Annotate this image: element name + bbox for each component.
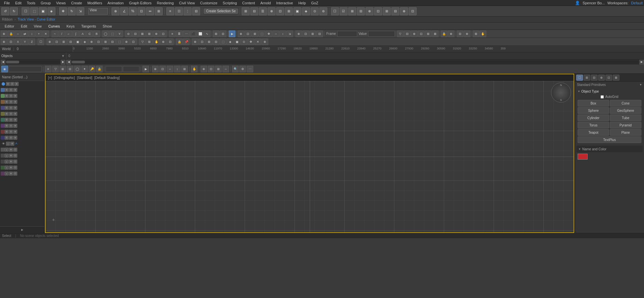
tb-key-icon[interactable]: ⊕ [448,31,454,37]
menu-edit[interactable]: Edit [13,1,24,5]
menu-scripting[interactable]: Scripting [220,1,240,5]
frame-input[interactable] [337,31,357,37]
view-key-icon[interactable]: 🔑 [89,66,95,72]
menu-civil-view[interactable]: Civil View [176,1,197,5]
percent-snap-toggle[interactable]: % [129,7,137,15]
tb2-btn-c[interactable]: ⊞ [60,38,67,45]
ce-menu-keys[interactable]: Keys [63,24,78,29]
tb-bake-sel[interactable]: ⬛ [190,31,197,37]
scroll-right-arrow-right2[interactable]: ▶ [639,60,644,64]
tb-shrink-tangent[interactable]: ⊕ [153,31,160,37]
tb-btn-e[interactable]: ✥ [266,31,272,37]
tb-btn-k[interactable]: ⊞ [309,31,316,37]
tb2-filter[interactable]: ▽ [139,38,146,45]
view-circle-icon[interactable]: ◯ [74,66,81,72]
tb2-btn-e[interactable]: ▣ [74,38,81,45]
tb2-btn-frame[interactable]: ☐ [38,38,44,45]
tb2-more-j[interactable]: ✕ [255,38,261,45]
ribbon-btn-18[interactable]: ⊟ [391,7,399,15]
scene-row-6[interactable]: ⊞ ⊟ ⊕ [0,117,44,123]
view-filter-icon[interactable]: ≡ [45,66,51,72]
tb2-pan[interactable]: ✋ [153,38,160,45]
ribbon-btn-16[interactable]: ⊡ [374,7,382,15]
tb-lock-selection[interactable]: 🔒 [8,31,14,37]
tb-snap-frame[interactable]: ⊡ [418,31,425,37]
search-input-bar[interactable] [9,66,42,72]
menu-file[interactable]: File [1,1,13,5]
viewport-label-standard[interactable]: [Standard] [77,76,92,80]
select-region-button[interactable]: ⬚ [30,7,38,15]
scene-row-15[interactable]: • ⊕ ⊡ [0,171,44,177]
tb-lock-tangent[interactable]: ⊟ [132,31,139,37]
value-input[interactable] [368,31,395,37]
tb2-more-c[interactable]: ⊞ [206,38,212,45]
scene-row-4[interactable]: ⊞ ⊟ ⊕ [0,105,44,111]
ribbon-btn-3[interactable]: ☰ [259,7,267,15]
layer-manager-button[interactable]: ≡ [166,7,174,15]
tb2-more-f[interactable]: ◈ [227,38,233,45]
rp-tab-utilities[interactable]: ⊠ [613,75,619,81]
viewport-label-ortho[interactable]: [Orthographic] [54,76,75,80]
tb-linear-tangent[interactable]: / [58,31,65,37]
redo-button[interactable]: ↻ [10,7,18,15]
tb2-btn-b[interactable]: ⊡ [53,38,60,45]
tb-region-mode[interactable]: ⬚ [109,31,116,37]
nav-gizmo[interactable]: N S [551,83,571,103]
tb2-btn-4[interactable]: Y [22,38,28,45]
tb-smooth-tangent[interactable]: ∫ [72,31,79,37]
tb-btn-l[interactable]: ⊟ [316,31,323,37]
tb2-btn-f[interactable]: ◈ [81,38,88,45]
zoom-hor-icon[interactable]: ↔ [167,66,173,72]
primitive-teapot-button[interactable]: Teapot [578,129,609,136]
ce-menu-editor[interactable]: Editor [1,24,18,29]
scene-row-5[interactable]: ⊞ ⊟ ⊕ [0,111,44,117]
menu-rendering[interactable]: Rendering [154,1,177,5]
select-icon[interactable]: ▶ [142,66,149,72]
viewport-label-plus[interactable]: [+] [48,76,52,80]
ribbon-btn-12[interactable]: ☑ [340,7,348,15]
zoom-all-v-icon[interactable]: ⊡ [208,66,214,72]
scroll-left-arrow[interactable]: ◀ [1,60,5,64]
ce-menu-tangents[interactable]: Tangents [78,24,100,29]
move-button[interactable]: ✥ [59,7,67,15]
tb-curve-mode[interactable]: ◯ [102,31,109,37]
view-dropdown[interactable]: View [88,8,108,15]
tb2-btn-d[interactable]: ⊟ [67,38,74,45]
gizmo-circle[interactable]: N S [551,83,571,103]
primitive-textplus-button[interactable]: TextPlus [578,136,641,143]
menu-customize[interactable]: Customize [198,1,220,5]
tb-show-tangent-handles[interactable]: ⊖ [125,31,132,37]
menu-tools[interactable]: Tools [24,1,38,5]
ribbon-btn-11[interactable]: ☐ [331,7,339,15]
workspace-name[interactable]: Default [631,1,643,5]
pan-icon[interactable]: ✋ [191,66,198,72]
create-selection-badge[interactable]: Create Selection Se [204,9,238,14]
view-star-icon[interactable]: ✦ [81,66,88,72]
options-icon[interactable]: ⚙ [239,66,246,72]
tb2-more-e[interactable]: ⬚ [220,38,226,45]
tb-btn-b[interactable]: ⊡ [245,31,251,37]
tb-snap-tangent[interactable]: ⊞ [425,31,432,37]
primitive-tube-button[interactable]: Tube [610,114,641,121]
undo-button[interactable]: ↺ [1,7,9,15]
tb-snap-cursor[interactable]: ⊞ [473,31,479,37]
tb2-more-h[interactable]: ⊙ [241,38,247,45]
name-color-header[interactable]: ▼ Name and Color [576,146,643,152]
ribbon-btn-6[interactable]: ⊞ [285,7,293,15]
tb2-btn-1[interactable]: ⊕ [1,38,7,45]
object-type-section[interactable]: ▼ Object Type [576,89,643,94]
menu-graph-editors[interactable]: Graph Editors [126,1,154,5]
tb-break-tangent[interactable]: ⊠ [139,31,146,37]
select-window-button[interactable]: ▣ [39,7,47,15]
value-input2[interactable] [123,66,139,72]
tb-auto-tangent[interactable]: A [79,31,86,37]
left-panel-expand[interactable]: ▶ [0,226,44,233]
ribbon-btn-13[interactable]: ⊞ [348,7,356,15]
tb2-btn-2[interactable]: ⊡ [8,38,14,45]
tb-active-lock[interactable]: 🔒 [441,31,447,37]
primitive-pyramid-button[interactable]: Pyramid [610,122,641,128]
scene-tree[interactable]: ⊞ ⊟ ⊕ ⊞ ⊟ ⊕ ⊞ ⊟ ⊕ [0,81,44,226]
mirror-button[interactable]: ⇔ [146,7,154,15]
scene-row-0[interactable]: ⊞ ⊟ ⊕ [0,81,44,87]
tb2-zoom[interactable]: ⊕ [160,38,167,45]
